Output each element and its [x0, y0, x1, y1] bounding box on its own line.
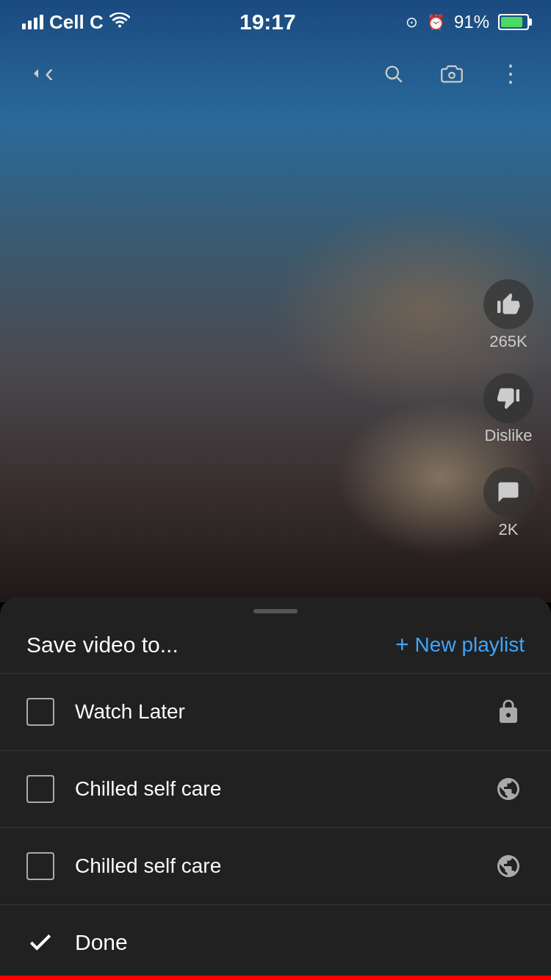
signal-icon: [22, 15, 43, 29]
alarm-icon: ⏰: [427, 13, 445, 31]
carrier-label: Cell C: [49, 11, 104, 34]
chilled-1-name: Chilled self care: [75, 777, 472, 801]
chilled-2-checkbox[interactable]: [26, 852, 54, 880]
comment-action[interactable]: 2K: [483, 467, 533, 539]
lock-icon: [492, 696, 525, 728]
watch-later-checkbox[interactable]: [26, 698, 54, 726]
status-right: ⊙ ⏰ 91%: [406, 12, 529, 32]
done-row[interactable]: Done: [0, 905, 551, 980]
search-button[interactable]: [375, 55, 411, 92]
battery-icon: [498, 14, 529, 30]
location-icon: ⊙: [406, 13, 418, 31]
globe-icon-2: [492, 850, 525, 882]
checkmark-icon: [26, 929, 54, 956]
sheet-header: Save video to... + New playlist: [0, 613, 551, 674]
playlist-item-watch-later[interactable]: Watch Later: [0, 674, 551, 751]
red-indicator-bar: [0, 976, 551, 980]
plus-icon: +: [395, 631, 409, 658]
comment-count: 2K: [499, 520, 519, 539]
camera-button[interactable]: [433, 55, 470, 92]
new-playlist-label: New playlist: [415, 633, 525, 657]
svg-point-0: [386, 67, 398, 79]
dislike-label: Dislike: [485, 426, 533, 445]
save-video-sheet: Save video to... + New playlist Watch La…: [0, 597, 551, 980]
status-left: Cell C: [22, 11, 130, 34]
more-button[interactable]: ⋮: [492, 55, 529, 92]
clock: 19:17: [240, 10, 296, 35]
globe-icon-1: [492, 773, 525, 805]
wifi-icon: [109, 12, 130, 32]
status-bar: Cell C 19:17 ⊙ ⏰ 91%: [0, 0, 551, 44]
playlist-item-chilled-2[interactable]: Chilled self care: [0, 828, 551, 904]
playlist-item-chilled-1[interactable]: Chilled self care: [0, 751, 551, 828]
back-button[interactable]: ‹: [22, 55, 59, 92]
battery-percent: 91%: [454, 12, 489, 32]
svg-point-2: [449, 73, 455, 79]
chilled-1-checkbox[interactable]: [26, 775, 54, 803]
like-action[interactable]: 265K: [483, 279, 533, 351]
chilled-2-name: Chilled self care: [75, 854, 472, 878]
sheet-title: Save video to...: [26, 633, 179, 657]
svg-line-1: [397, 77, 401, 82]
nav-icons-right: ⋮: [375, 55, 529, 92]
dislike-action[interactable]: Dislike: [483, 373, 533, 445]
watch-later-name: Watch Later: [75, 700, 472, 724]
action-buttons: 265K Dislike 2K: [483, 279, 533, 539]
top-nav: ‹ ⋮: [0, 44, 551, 103]
like-count: 265K: [489, 332, 527, 351]
new-playlist-button[interactable]: + New playlist: [395, 631, 525, 658]
done-label: Done: [75, 930, 128, 955]
